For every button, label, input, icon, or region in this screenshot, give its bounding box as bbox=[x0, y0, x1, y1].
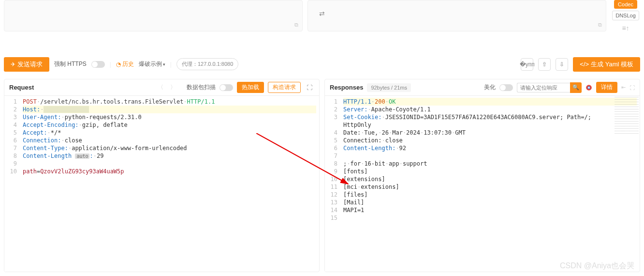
request-title: Request bbox=[9, 84, 34, 91]
clock-icon bbox=[116, 61, 121, 68]
beautify-toggle[interactable] bbox=[499, 84, 513, 91]
proxy-input[interactable]: 代理：127.0.0.1:8080 bbox=[176, 58, 238, 70]
response-search-input[interactable] bbox=[517, 83, 570, 92]
prev-arrow[interactable]: 〈 bbox=[158, 83, 163, 92]
request-panel: Request 〈 〉 数据包扫描 热加载 构造请求 ⛶ 12345678910… bbox=[4, 79, 320, 272]
force-https-label: 强制 HTTPS bbox=[54, 60, 87, 68]
expand-icon[interactable]: ⛶ bbox=[629, 85, 635, 91]
codec-button[interactable]: Codec bbox=[614, 0, 637, 9]
response-raw-box[interactable]: ⧉ bbox=[307, 0, 606, 31]
copy-icon[interactable]: ⧉ bbox=[598, 22, 602, 28]
search-button[interactable]: 🔍 bbox=[570, 82, 582, 93]
force-https-toggle[interactable] bbox=[91, 61, 105, 68]
swap-icon[interactable]: ⇄ bbox=[319, 10, 325, 17]
sort-icon[interactable]: ≡↑ bbox=[622, 24, 629, 32]
response-stats: 92bytes / 21ms bbox=[367, 83, 411, 92]
request-code[interactable]: 12345678910 POST·/servlet/nc.bs.hr.tools… bbox=[4, 96, 319, 272]
fuzz-example-link[interactable]: 爆破示例 ▾ bbox=[139, 60, 165, 68]
gen-yaml-button[interactable]: </> 生成 Yaml 模板 bbox=[573, 57, 640, 72]
response-panel: Responses 92bytes / 21ms 美化 🔍 详情 ⇤ ⛶ 123… bbox=[324, 79, 640, 272]
dnslog-button[interactable]: DNSLog bbox=[612, 11, 639, 20]
import-button[interactable]: ⇩ bbox=[556, 58, 568, 71]
chrome-icon[interactable] bbox=[585, 84, 592, 91]
scan-label: 数据包扫描 bbox=[187, 83, 216, 92]
expand-icon[interactable]: ⛶ bbox=[305, 81, 314, 94]
response-code[interactable]: 123456789101112131415 HTTP/1.1·200·OKSer… bbox=[325, 96, 640, 272]
send-icon bbox=[11, 61, 15, 68]
svg-point-2 bbox=[588, 87, 590, 89]
hotload-button[interactable]: 热加载 bbox=[237, 82, 264, 93]
scan-toggle[interactable] bbox=[220, 84, 233, 91]
search-icon: 🔍 bbox=[572, 84, 579, 91]
share-button[interactable]: �упп bbox=[521, 58, 533, 71]
response-title: Responses bbox=[330, 84, 363, 91]
collapse-icon[interactable]: ⇤ bbox=[621, 84, 626, 91]
detail-button[interactable]: 详情 bbox=[596, 82, 617, 93]
code-icon: </> bbox=[580, 61, 589, 68]
history-link[interactable]: 历史 bbox=[116, 60, 134, 68]
build-request-button[interactable]: 构造请求 bbox=[268, 82, 301, 93]
next-arrow[interactable]: 〉 bbox=[170, 83, 176, 92]
export-button[interactable]: ⇧ bbox=[538, 58, 551, 71]
beautify-label: 美化 bbox=[484, 83, 496, 92]
send-request-button[interactable]: 发送请求 bbox=[4, 57, 49, 72]
request-raw-box[interactable]: ⧉ bbox=[4, 0, 303, 31]
copy-icon[interactable]: ⧉ bbox=[294, 22, 298, 28]
